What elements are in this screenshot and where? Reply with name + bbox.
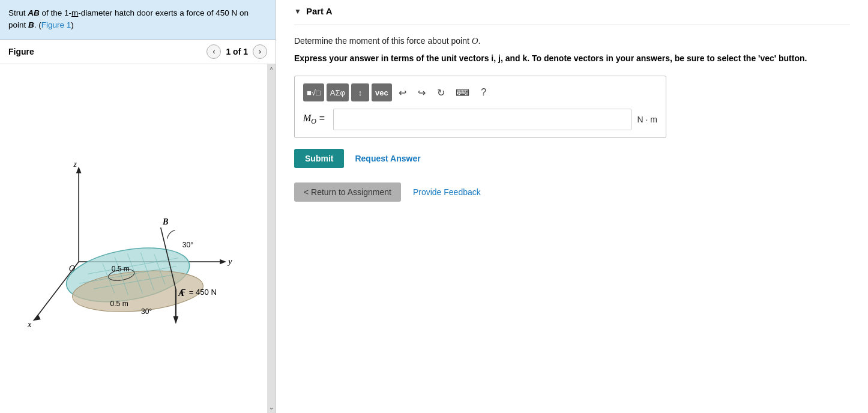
- svg-text:30°: 30°: [182, 240, 193, 249]
- submit-button[interactable]: Submit: [294, 149, 344, 168]
- mo-equals: =: [316, 113, 325, 123]
- left-panel: Strut AB of the 1-m-diameter hatch door …: [0, 0, 276, 413]
- provide-feedback-link[interactable]: Provide Feedback: [413, 187, 481, 197]
- svg-marker-7: [220, 259, 226, 264]
- problem-ab: AB: [28, 8, 40, 17]
- scroll-up-arrow[interactable]: ^: [269, 65, 274, 74]
- return-row: < Return to Assignment Provide Feedback: [294, 182, 850, 202]
- svg-text:F: F: [181, 287, 186, 296]
- part-label: Part A: [306, 6, 333, 16]
- figure-header: Figure ‹ 1 of 1 ›: [0, 40, 276, 64]
- scroll-down-arrow[interactable]: ⌄: [268, 403, 275, 412]
- figure-count: 1 of 1: [226, 47, 248, 56]
- question-o: O: [472, 36, 478, 46]
- figure-link[interactable]: Figure 1: [41, 20, 71, 29]
- problem-m: m: [71, 8, 78, 17]
- svg-text:= 450 N: = 450 N: [189, 287, 217, 296]
- question-bold: Express your answer in terms of the unit…: [294, 52, 850, 65]
- return-button[interactable]: < Return to Assignment: [294, 182, 401, 202]
- svg-marker-1: [76, 166, 82, 173]
- request-answer-link[interactable]: Request Answer: [355, 154, 420, 163]
- svg-text:B: B: [162, 216, 168, 226]
- toolbar: ■√□ ΑΣφ ↕ vec ↩ ↪ ↻ ⌨ ?: [303, 83, 657, 101]
- problem-statement: Strut AB of the 1-m-diameter hatch door …: [0, 0, 276, 40]
- figure-area: z x y O: [0, 64, 276, 414]
- input-row: MO = N · m: [303, 109, 657, 130]
- problem-text-1: Strut: [8, 8, 28, 17]
- figure-diagram: z x y O: [0, 64, 276, 414]
- collapse-icon[interactable]: ▼: [294, 7, 301, 16]
- mo-subscript: O: [311, 117, 316, 125]
- problem-b: B: [28, 20, 34, 29]
- prev-figure-button[interactable]: ‹: [206, 44, 221, 59]
- format-button[interactable]: ■√□: [303, 83, 324, 101]
- unit-label: N · m: [637, 115, 657, 124]
- svg-text:0.5 m: 0.5 m: [112, 265, 130, 273]
- symbols-button[interactable]: ΑΣφ: [327, 83, 349, 101]
- answer-input[interactable]: [333, 109, 631, 130]
- figure-nav: ‹ 1 of 1 ›: [206, 44, 267, 59]
- mo-label: MO =: [303, 113, 327, 126]
- svg-text:30°: 30°: [141, 307, 152, 316]
- action-row: Submit Request Answer: [294, 149, 850, 168]
- keyboard-button[interactable]: ⌨: [452, 83, 473, 101]
- svg-text:0.5 m: 0.5 m: [110, 300, 128, 308]
- undo-button[interactable]: ↩: [394, 83, 411, 101]
- question-line1: Determine the moment of this force about…: [294, 36, 472, 46]
- right-panel: ▼ Part A Determine the moment of this fo…: [276, 0, 868, 413]
- question-text: Determine the moment of this force about…: [294, 36, 850, 46]
- reset-button[interactable]: ↻: [433, 83, 450, 101]
- arrows-button[interactable]: ↕: [351, 83, 369, 101]
- svg-marker-26: [173, 316, 179, 324]
- part-header: ▼ Part A: [294, 0, 850, 25]
- problem-text-4: . (: [34, 20, 41, 29]
- svg-text:y: y: [227, 256, 232, 266]
- figure-label: Figure: [8, 47, 34, 56]
- problem-text-5: ): [71, 20, 74, 29]
- answer-box: ■√□ ΑΣφ ↕ vec ↩ ↪ ↻ ⌨ ? MO = N · m: [294, 76, 666, 138]
- redo-button[interactable]: ↪: [414, 83, 430, 101]
- question-end: .: [478, 36, 481, 46]
- svg-text:z: z: [73, 158, 77, 168]
- problem-text-2: of the 1-: [40, 8, 71, 17]
- help-button[interactable]: ?: [475, 83, 492, 101]
- scrollbar[interactable]: ^ ⌄: [267, 64, 276, 414]
- svg-marker-4: [33, 314, 41, 321]
- vec-button[interactable]: vec: [372, 83, 392, 101]
- next-figure-button[interactable]: ›: [253, 44, 267, 59]
- svg-text:x: x: [27, 319, 32, 329]
- mo-m: M: [303, 113, 311, 123]
